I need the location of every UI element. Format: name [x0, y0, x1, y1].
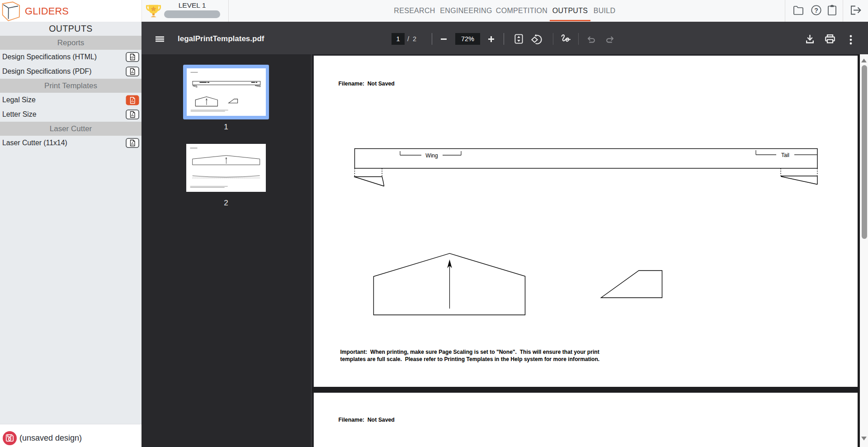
svg-text:Filename: Not Saved: Filename: Not Saved [339, 417, 395, 423]
svg-text:Important: When printing, mak: Important: When printing, make sure Page… [340, 349, 599, 355]
svg-text:Tail: Tail [781, 152, 789, 158]
svg-text:?: ? [814, 7, 818, 14]
svg-text:Filename: Not Saved: Filename: Not Saved [339, 81, 395, 87]
svg-text:templates are full scale. Ple: templates are full scale. Please refer t… [340, 356, 600, 362]
svg-text:Wing: Wing [425, 152, 438, 159]
